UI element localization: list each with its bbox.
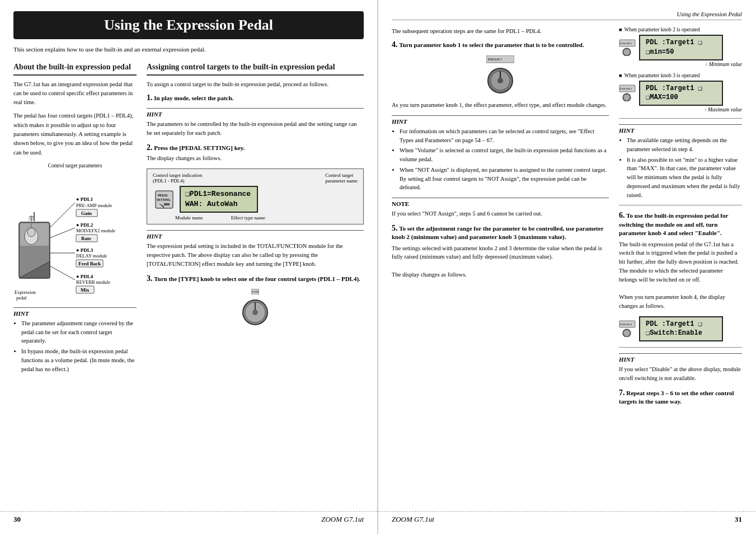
hint-s4-title: HINT — [392, 118, 609, 125]
hint-range-item1: The available range setting depends on t… — [627, 136, 742, 154]
section1-title: About the built-in expression pedal — [13, 62, 137, 76]
page-num-right: 31 — [735, 515, 742, 524]
hint-disable: HINT If you select "Disable" at the abov… — [619, 353, 742, 383]
screen-knob4: PDL :Target1 ❑ ❑Switch:Enable — [639, 316, 723, 342]
knob1-svg — [485, 65, 516, 96]
hint-s1-text: The parameters to be controlled by the b… — [147, 120, 364, 138]
right-col-left: The subsequent operation steps are the s… — [392, 27, 609, 411]
svg-text:PARAM 2: PARAM 2 — [620, 42, 632, 45]
hint-range-text: The available range setting depends on t… — [619, 136, 742, 199]
hint1-text: The parameter adjustment range covered b… — [13, 319, 137, 374]
display-screen-row: PEDAL SETTING ❑PDL1=Resonance WAH: AutoW… — [153, 186, 358, 213]
knob1-label-wrapper: PARAM 1 — [392, 55, 609, 64]
step7: 7. Repeat steps 3 – 6 to set the other c… — [619, 388, 742, 406]
screen-knob3-line1: PDL :Target1 ❑ — [646, 84, 716, 93]
divider1 — [619, 118, 742, 119]
hint-s4-item1: For information on which parameters can … — [400, 127, 609, 145]
knob3-label-text: When parameter knob 3 is operated — [624, 73, 699, 78]
section-assigning: Assigning control targets to the built-i… — [147, 62, 364, 376]
screen-knob3-line2: ❑MAX=100 — [646, 93, 716, 102]
hint-s1-title: HINT — [147, 111, 364, 118]
svg-text:Gain: Gain — [81, 210, 92, 216]
max-caption-text: Maximum value — [708, 107, 742, 113]
step2: 2. Press the [PEDAL SETTING] key. The di… — [147, 143, 364, 163]
step4-text: Turn parameter knob 1 to select the para… — [399, 41, 584, 48]
diagram-title: Control target parameters — [13, 163, 137, 168]
hint-s4-item2: When "Volume" is selected as control tar… — [400, 146, 609, 164]
svg-point-40 — [252, 310, 258, 315]
step3-num: 3. — [147, 274, 153, 283]
note-title: NOTE — [392, 200, 609, 207]
pedal-setting-button: PEDAL SETTING — [153, 190, 175, 209]
svg-point-61 — [624, 330, 630, 336]
svg-text:● PDL4: ● PDL4 — [76, 274, 93, 279]
arrow-min: ↑ — [705, 62, 707, 67]
svg-text:REVERB module: REVERB module — [76, 279, 110, 285]
display-diagram-step2: Control target indication(PDL1 - PDL4) C… — [147, 168, 364, 224]
display-labels-top: Control target indication(PDL1 - PDL4) C… — [153, 172, 358, 184]
step2-num: 2. — [147, 143, 153, 152]
hint-s4-item3: When "NOT Assign" is displayed, no param… — [400, 166, 609, 192]
right-intro: The subsequent operation steps are the s… — [392, 27, 609, 36]
screen-knob2-line2: ❑min=50 — [646, 48, 716, 57]
type-label-icon: TYPE — [251, 289, 259, 294]
step1: 1. In play mode, select the patch. — [147, 93, 364, 102]
svg-text:Expression: Expression — [15, 289, 36, 295]
svg-text:PRE-AMP module: PRE-AMP module — [76, 203, 112, 208]
step4-body: As you turn parameter knob 1, the effect… — [392, 101, 609, 110]
step3: 3. Turn the [TYPE] knob to select one of… — [147, 274, 364, 283]
knob2-screen-row: PARAM 2 PDL :Target1 ❑ ❑min=50 — [619, 35, 742, 60]
hint-range-item2: It is also possible to set "min" to a hi… — [627, 156, 742, 200]
hint-s2-title: HINT — [147, 233, 364, 240]
screen-knob3-section: ■ When parameter knob 3 is operated PARA… — [619, 73, 742, 113]
section1-hint: HINT The parameter adjustment range cove… — [13, 307, 137, 374]
step5-num: 5. — [392, 224, 398, 232]
svg-text:SETTING: SETTING — [157, 198, 171, 202]
knob4-mini-icon: PARAM 4 — [619, 320, 636, 337]
intro-text: This section explains how to use the bui… — [13, 45, 364, 54]
min-caption-text: Minimum value — [709, 62, 742, 67]
knob2-square: ■ — [619, 27, 622, 32]
step5-text: To set the adjustment range for the para… — [392, 225, 603, 240]
hint1-title: HINT — [13, 310, 137, 317]
type-knob-label: TYPE — [147, 289, 364, 296]
display-screen-step2: ❑PDL1=Resonance WAH: AutoWah — [180, 186, 258, 213]
step4: 4. Turn parameter knob 1 to select the p… — [392, 40, 609, 49]
hint1-item2: In bypass mode, the built-in expression … — [21, 347, 137, 373]
display-labels-bottom: Module name Effect type name — [153, 215, 358, 221]
screen-knob4-line2: ❑Switch:Enable — [646, 329, 716, 338]
svg-text:PARAM 3: PARAM 3 — [620, 87, 632, 90]
svg-point-51 — [624, 49, 630, 55]
label-ctrl-indication: Control target indication(PDL1 - PDL4) — [153, 172, 202, 184]
step2-text: Press the [PEDAL SETTING] key. — [154, 144, 245, 151]
knob3-mini-icon: PARAM 3 — [619, 85, 636, 101]
main-title: Using the Expression Pedal — [13, 11, 364, 39]
step6-text: To use the built-in expression pedal for… — [619, 212, 728, 236]
knob1-container: PARAM 1 — [392, 55, 609, 97]
section2-intro: To assign a control target to the built-… — [147, 80, 364, 89]
hint-s2-text: The expression pedal setting is included… — [147, 242, 364, 268]
step6-body: The built-in expression pedal of the G7.… — [619, 240, 742, 311]
arrow-max: ↑ — [705, 107, 707, 113]
screen-knob3-caption: ↑ Maximum value — [619, 107, 742, 113]
screen-knob4-line1: PDL :Target1 ❑ — [646, 320, 716, 329]
hint-step4: HINT For information on which parameters… — [392, 115, 609, 192]
section1-para2: The pedal has four control targets (PDL1… — [13, 111, 137, 157]
type-knob-svg — [240, 297, 271, 328]
product-right: ZOOM G7.1ut — [392, 515, 434, 524]
page-right-footer: ZOOM G7.1ut 31 — [378, 511, 755, 524]
screen-knob2-line1: PDL :Target1 ❑ — [646, 38, 716, 48]
page-right-header: Using the Expression Pedal — [392, 11, 742, 20]
knob3-indicator-label: ■ When parameter knob 3 is operated — [619, 73, 742, 78]
svg-text:● PDL2: ● PDL2 — [76, 222, 93, 228]
label-module-name: Module name — [175, 215, 203, 221]
step2-body: The display changes as follows. — [147, 154, 364, 163]
section2-title: Assigning control targets to the built-i… — [147, 62, 364, 76]
step5: 5. To set the adjustment range for the p… — [392, 224, 609, 279]
step6: 6. To use the built-in expression pedal … — [619, 211, 742, 310]
pedal-setting-icon: PEDAL SETTING — [154, 190, 174, 209]
svg-text:PARAM 4: PARAM 4 — [620, 323, 632, 326]
knob2-label-text: When parameter knob 2 is operated — [624, 27, 699, 32]
step4-num: 4. — [392, 40, 398, 49]
svg-text:Mix: Mix — [81, 287, 90, 293]
